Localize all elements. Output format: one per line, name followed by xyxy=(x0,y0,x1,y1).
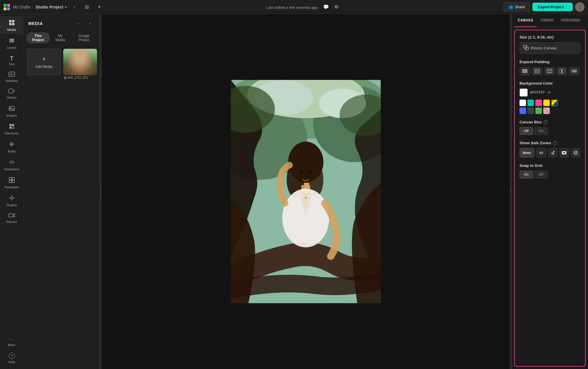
svg-point-50 xyxy=(510,191,511,192)
canvas-blur-off-button[interactable]: Off xyxy=(519,127,533,135)
sidebar-item-media[interactable]: Media xyxy=(0,16,24,34)
swatch-white[interactable] xyxy=(519,100,526,106)
canvas-area[interactable] xyxy=(102,14,510,369)
snap-off-button[interactable]: Off xyxy=(534,171,548,178)
media-icon xyxy=(9,19,15,27)
safe-zone-tiktok-button[interactable] xyxy=(548,148,558,157)
file-type-icon: 🖼 xyxy=(64,76,66,79)
svg-marker-11 xyxy=(14,90,15,92)
breadcrumb-parent[interactable]: My Drafts xyxy=(13,5,31,9)
resize-canvas-button[interactable]: Resize Canvas xyxy=(519,42,580,54)
swatch-dark-gray[interactable] xyxy=(527,108,534,114)
tab-this-project[interactable]: This Project xyxy=(26,32,50,43)
sidebar-item-more[interactable]: ··· More xyxy=(0,334,24,350)
bg-color-preview[interactable] xyxy=(519,88,528,97)
share-icon: 👥 xyxy=(508,5,513,9)
magic-button[interactable]: ✦ xyxy=(94,2,104,12)
tab-timing[interactable]: TIMING xyxy=(537,14,557,27)
svg-point-45 xyxy=(308,170,312,175)
svg-rect-4 xyxy=(9,41,14,42)
sidebar-item-elements[interactable]: Elements xyxy=(0,120,24,138)
comment-button[interactable]: 💬 xyxy=(321,2,331,12)
svg-point-71 xyxy=(577,151,577,152)
swatch-teal[interactable] xyxy=(527,100,534,106)
tab-my-media[interactable]: My Media xyxy=(51,32,70,43)
swatch-green[interactable] xyxy=(535,108,542,114)
sidebar-item-layers[interactable]: Layers xyxy=(0,34,24,52)
padding-horizontal-bars-button[interactable] xyxy=(544,67,555,75)
breadcrumb-separator: › xyxy=(32,5,34,9)
safe-zone-all-button[interactable]: All xyxy=(536,148,547,157)
safe-zones-help-icon[interactable]: ? xyxy=(553,141,557,145)
canvas-blur-label: Canvas Blur xyxy=(519,120,542,124)
safe-zone-instagram-button[interactable] xyxy=(571,148,580,157)
sidebar-item-templates[interactable]: Templates xyxy=(0,174,24,192)
images-icon xyxy=(9,105,15,113)
snap-on-button[interactable]: On xyxy=(519,171,533,178)
sidebar-item-images[interactable]: Images xyxy=(0,102,24,120)
settings-button[interactable]: ⚙ xyxy=(332,2,341,12)
sidebar-item-videos[interactable]: Videos xyxy=(0,85,24,102)
app-logo[interactable] xyxy=(4,4,10,10)
right-panel-tabs: CANVAS TIMING VERSIONS xyxy=(512,14,588,27)
tab-canvas[interactable]: CANVAS xyxy=(514,14,537,27)
safe-zone-none-button[interactable]: None xyxy=(519,148,534,157)
svg-point-28 xyxy=(101,190,101,191)
sidebar-item-text[interactable]: T Text xyxy=(0,52,24,69)
edit-status: Last edited a few seconds ago 💬 ⚙ xyxy=(266,2,341,12)
upload-button[interactable]: ↑ xyxy=(70,2,79,12)
sidebar-item-audio[interactable]: Audio xyxy=(0,138,24,156)
sidebar-item-record[interactable]: Record xyxy=(0,210,24,227)
safe-zone-youtube-button[interactable] xyxy=(559,148,569,157)
media-collapse-button[interactable]: ‹ xyxy=(86,19,95,28)
background-color-section: Background Color #FFFFFF ✏ xyxy=(519,81,580,114)
sidebar-item-plugins[interactable]: Plugins xyxy=(0,192,24,210)
user-avatar[interactable]: 👤 xyxy=(575,2,584,12)
svg-rect-6 xyxy=(9,39,14,40)
media-filename-text: IMG_5752.JPG xyxy=(68,76,88,79)
breadcrumb-current[interactable]: Studio Project xyxy=(36,5,64,9)
swatch-blue[interactable] xyxy=(519,108,526,114)
sidebar-item-help[interactable]: ? Help xyxy=(0,350,24,367)
media-more-button[interactable]: ··· xyxy=(74,19,84,28)
export-icon: ↑ xyxy=(566,5,568,9)
canvas-blur-on-button[interactable]: On xyxy=(534,127,548,135)
tab-google-photos[interactable]: Google Photos xyxy=(71,32,97,43)
expand-padding-label: Expand Padding xyxy=(519,60,580,64)
padding-vertical-bars-button[interactable] xyxy=(532,67,542,75)
safe-zones-label: Show Safe Zones xyxy=(519,141,551,145)
swatch-yellow[interactable] xyxy=(543,100,550,106)
subtitles-label: Subtitles xyxy=(5,79,18,83)
elements-icon xyxy=(9,123,15,130)
padding-pillarbox-button[interactable] xyxy=(557,67,567,75)
sidebar-item-subtitles[interactable]: Subtitles xyxy=(0,69,24,85)
sidebar-item-transitions[interactable]: Transitions xyxy=(0,156,24,174)
svg-rect-56 xyxy=(522,69,527,73)
snap-to-grid-label: Snap to Grid xyxy=(519,163,580,168)
svg-rect-3 xyxy=(12,23,14,25)
project-dropdown-icon[interactable]: ▾ xyxy=(65,5,67,9)
topbar-left: My Drafts › Studio Project ▾ ↑ ⊟ ✦ xyxy=(4,2,104,12)
swatch-transparent[interactable] xyxy=(543,108,550,114)
canvas-blur-help-icon[interactable]: ? xyxy=(544,120,548,124)
add-media-button[interactable]: + Add Media xyxy=(27,49,61,367)
padding-fill-button[interactable] xyxy=(519,67,530,75)
svg-point-70 xyxy=(575,152,577,154)
size-label: Size (1:1, 9:16, etc) xyxy=(519,35,580,39)
bg-color-edit-icon[interactable]: ✏ xyxy=(547,90,551,95)
padding-letterbox-button[interactable] xyxy=(569,67,579,75)
snap-to-grid-toggle: On Off xyxy=(519,171,580,178)
media-item-photo[interactable]: 🖼 IMG_5752.JPG xyxy=(63,49,97,367)
export-button[interactable]: Export Project ↑ xyxy=(532,3,573,11)
swatch-pink[interactable] xyxy=(535,100,542,106)
canvas-settings-panel: Size (1:1, 9:16, etc) Resize Canvas Expa… xyxy=(514,30,586,367)
swatch-rainbow[interactable] xyxy=(551,100,558,106)
svg-rect-19 xyxy=(12,177,14,180)
tab-versions[interactable]: VERSIONS xyxy=(557,14,584,27)
media-panel: MEDIA ··· ‹ This Project My Media Google… xyxy=(24,14,100,369)
layers-icon xyxy=(9,37,15,45)
canvas-content[interactable] xyxy=(231,80,381,303)
share-button[interactable]: 👥 Share xyxy=(503,2,530,11)
history-button[interactable]: ⊟ xyxy=(82,2,91,12)
padding-buttons xyxy=(519,67,580,75)
